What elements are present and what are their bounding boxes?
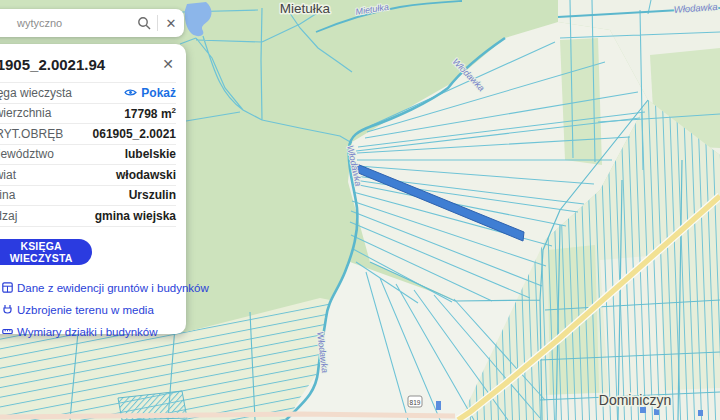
pokaz-label: Pokaż <box>141 86 176 100</box>
parcel-attributes: Księga wieczysta Pokaż Powierzchnia 1779… <box>0 82 176 227</box>
row-powiat: Powiat włodawski <box>0 165 176 186</box>
plug-icon <box>2 304 13 315</box>
data-grid-icon <box>2 282 13 293</box>
search-icon[interactable] <box>131 10 157 36</box>
eye-icon <box>124 88 137 97</box>
place-label-dominiczyn: Dominiczyn <box>599 392 671 408</box>
ruler-icon <box>2 326 13 337</box>
place-label-mietulka: Mietułka <box>280 1 331 16</box>
link-egib-data[interactable]: Dane z ewidencji gruntów i budynków <box>0 277 176 299</box>
link-utilities[interactable]: Uzbrojenie terenu w media <box>0 299 176 321</box>
search-clear-icon[interactable]: ✕ <box>158 10 184 36</box>
row-powierzchnia: Powierzchnia 17798 m2 <box>0 104 176 125</box>
parcel-info-panel: 061905_2.0021.94 ✕ Księga wieczysta Poka… <box>0 44 186 334</box>
row-teryt-obreb: TERYT.OBRĘB 061905_2.0021 <box>0 124 176 145</box>
row-label: Gmina <box>0 188 15 202</box>
link-label: Uzbrojenie terenu w media <box>17 304 154 316</box>
row-wojewodztwo: Województwo lubelskie <box>0 145 176 166</box>
road-number-badge: 819 <box>408 396 422 407</box>
link-dimensions[interactable]: Wymiary działki i budynków <box>0 321 176 343</box>
pokaz-link[interactable]: Pokaż <box>124 86 176 100</box>
row-label: Powierzchnia <box>0 106 51 120</box>
button-label: KSIĘGA WIECZYSTA <box>0 240 86 264</box>
row-value: lubelskie <box>125 147 176 161</box>
row-label: Księga wieczysta <box>0 86 72 100</box>
row-value: 17798 m2 <box>124 106 176 121</box>
row-label: Rodzaj <box>0 209 17 223</box>
link-label: Wymiary działki i budynków <box>17 326 158 338</box>
app-window: 819 Mietułka Dominiczyn Mietułka Włodawk… <box>0 0 720 420</box>
search-bar[interactable]: wytyczno ✕ <box>0 9 184 37</box>
panel-close-icon[interactable]: ✕ <box>160 55 176 73</box>
row-value: 061905_2.0021 <box>93 127 176 141</box>
row-label: Województwo <box>0 147 54 161</box>
panel-links: Dane z ewidencji gruntów i budynków Uzbr… <box>0 277 176 343</box>
parcel-id-title: 061905_2.0021.94 <box>0 56 105 73</box>
row-value: gmina wiejska <box>95 209 176 223</box>
row-value: Urszulin <box>129 188 176 202</box>
link-label: Dane z ewidencji gruntów i budynków <box>17 282 209 294</box>
row-label: TERYT.OBRĘB <box>0 127 63 141</box>
search-input[interactable]: wytyczno <box>0 17 131 29</box>
row-ksiega-wieczysta: Księga wieczysta Pokaż <box>0 83 176 104</box>
row-label: Powiat <box>0 168 16 182</box>
row-value: włodawski <box>116 168 176 182</box>
road-bottom-pink <box>0 414 455 417</box>
ksiega-wieczysta-button[interactable]: KSIĘGA WIECZYSTA <box>0 239 92 265</box>
svg-text:819: 819 <box>410 399 421 406</box>
row-gmina: Gmina Urszulin <box>0 186 176 207</box>
row-rodzaj: Rodzaj gmina wiejska <box>0 206 176 227</box>
